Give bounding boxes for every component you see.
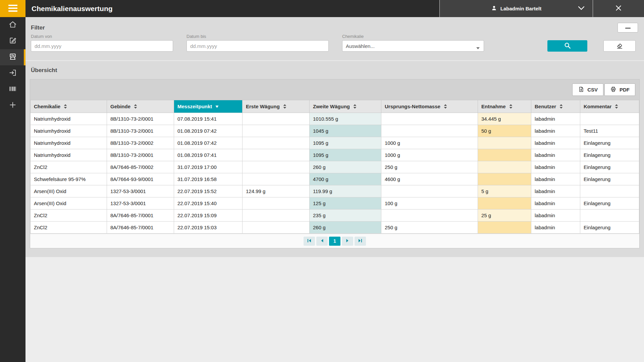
close-icon (615, 5, 622, 12)
caret-down-icon (476, 45, 480, 51)
column-header-benutzer[interactable]: Benutzer (531, 100, 580, 113)
column-label: Gebinde (110, 104, 130, 109)
results-card: CSV PDF ChemikalieGebindeMesszeitpunktEr… (30, 79, 640, 248)
cell-messzeitpunkt: 22.07.2019 15:03 (174, 222, 243, 234)
datum-von-label: Datum von (31, 34, 173, 39)
cell-kommentar (580, 185, 639, 197)
sidebar-item-edit[interactable] (0, 33, 25, 49)
cell-benutzer: labadmin (531, 137, 580, 149)
cell-erste_waegung (243, 137, 310, 149)
cell-kommentar (580, 113, 639, 125)
cell-chemikalie: Arsen(III) Oxid (31, 197, 107, 209)
close-button[interactable] (593, 0, 644, 17)
next-page-button[interactable] (342, 237, 353, 246)
minus-icon (625, 25, 631, 30)
sidebar-item-export[interactable] (0, 65, 25, 81)
home-icon (8, 20, 17, 30)
cell-erste_waegung (243, 197, 310, 209)
column-header-chemikalie[interactable]: Chemikalie (31, 100, 107, 113)
datum-von-input[interactable] (31, 40, 173, 52)
cell-gebinde: 8B/1310-73-2/0001 (107, 125, 174, 137)
cell-entnahme (478, 173, 531, 185)
cell-kommentar: Einlagerung (580, 149, 639, 161)
hamburger-icon (8, 5, 17, 13)
cell-entnahme: 5 g (478, 185, 531, 197)
last-page-icon (358, 238, 363, 244)
column-label: Entnahme (481, 104, 506, 109)
cell-erste_waegung (243, 149, 310, 161)
column-header-erste_waegung[interactable]: Erste Wägung (243, 100, 310, 113)
search-button[interactable] (547, 40, 587, 52)
cell-zweite_waegung: 1095 g (310, 137, 381, 149)
cell-ursprungs_nettomasse: 4600 g (381, 173, 478, 185)
overview-panel: Übersicht CSV PDF (25, 61, 644, 248)
sort-icon (614, 104, 619, 109)
sort-desc-icon (215, 105, 219, 108)
first-page-button[interactable] (304, 237, 315, 246)
filter-title: Filter (31, 24, 45, 31)
cell-messzeitpunkt: 01.08.2019 07:41 (174, 149, 243, 161)
column-header-kommentar[interactable]: Kommentar (580, 100, 639, 113)
column-header-ursprungs_nettomasse[interactable]: Ursprungs-Nettomasse (381, 100, 478, 113)
cell-chemikalie: Natriumhydroxid (31, 125, 107, 137)
cell-ursprungs_nettomasse: 250 g (381, 161, 478, 173)
barcode-icon (8, 84, 17, 95)
cell-entnahme: 50 g (478, 125, 531, 137)
cell-zweite_waegung: 235 g (310, 209, 381, 222)
cell-ursprungs_nettomasse (381, 125, 478, 137)
results-table: ChemikalieGebindeMesszeitpunktErste Wägu… (30, 100, 639, 234)
pdf-button-label: PDF (620, 87, 630, 93)
last-page-button[interactable] (355, 237, 366, 246)
column-header-messzeitpunkt[interactable]: Messzeitpunkt (174, 100, 243, 113)
column-header-zweite_waegung[interactable]: Zweite Wägung (310, 100, 381, 113)
edit-icon (8, 36, 17, 46)
sidebar-nav (0, 17, 25, 362)
cell-kommentar: Einlagerung (580, 173, 639, 185)
datum-bis-input[interactable] (186, 40, 329, 52)
column-header-entnahme[interactable]: Entnahme (478, 100, 531, 113)
table-body: Natriumhydroxid8B/1310-73-2/000107.08.20… (31, 113, 639, 234)
user-icon (491, 5, 497, 12)
chemikalie-select[interactable]: Auswählen... (342, 40, 484, 52)
datum-bis-label: Datum bis (186, 34, 329, 39)
sidebar-item-barcode[interactable] (0, 81, 25, 98)
table-row: ZnCl28A/7646-85-7/000122.07.2019 15:0923… (31, 209, 639, 222)
cell-messzeitpunkt: 07.08.2019 15:41 (174, 113, 243, 125)
cell-kommentar: Einlagerung (580, 197, 639, 209)
cell-chemikalie: Natriumhydroxid (31, 137, 107, 149)
clear-filter-button[interactable] (603, 40, 636, 52)
table-header-row: ChemikalieGebindeMesszeitpunktErste Wägu… (31, 100, 639, 113)
cell-gebinde: 8B/1310-73-2/0001 (107, 149, 174, 161)
sidebar-item-add[interactable] (0, 98, 25, 114)
sidebar-item-auswertung[interactable] (0, 49, 25, 65)
sidebar-item-home[interactable] (0, 17, 25, 33)
cell-benutzer: labadmin (531, 113, 580, 125)
cell-kommentar: Test11 (580, 125, 639, 137)
user-name: Labadmin Bartelt (500, 6, 542, 11)
overview-title: Übersicht (25, 61, 644, 79)
chemikalie-select-value: Auswählen... (346, 43, 375, 49)
page-button-1[interactable]: 1 (329, 237, 340, 246)
app-title: Chemikalienauswertung (25, 0, 439, 17)
cell-gebinde: 8B/1310-73-2/0001 (107, 113, 174, 125)
cell-benutzer: labadmin (531, 185, 580, 197)
scale-icon (8, 52, 17, 62)
user-menu-button[interactable]: Labadmin Bartelt (439, 0, 593, 17)
column-label: Messzeitpunkt (177, 104, 212, 109)
column-header-gebinde[interactable]: Gebinde (107, 100, 174, 113)
collapse-filter-button[interactable] (618, 23, 638, 33)
menu-button[interactable] (0, 0, 25, 17)
sort-icon (63, 104, 67, 109)
export-pdf-button[interactable]: PDF (604, 83, 635, 96)
cell-zweite_waegung: 1045 g (310, 125, 381, 137)
cell-messzeitpunkt: 31.07.2019 16:58 (174, 173, 243, 185)
cell-ursprungs_nettomasse: 250 g (381, 222, 478, 234)
cell-benutzer: labadmin (531, 209, 580, 222)
cell-erste_waegung (243, 173, 310, 185)
prev-page-button[interactable] (316, 237, 328, 246)
sort-icon (283, 104, 287, 109)
export-csv-button[interactable]: CSV (572, 83, 603, 96)
cell-kommentar: Einlagerung (580, 161, 639, 173)
cell-ursprungs_nettomasse: 100 g (381, 197, 478, 209)
prev-page-icon (320, 238, 324, 244)
